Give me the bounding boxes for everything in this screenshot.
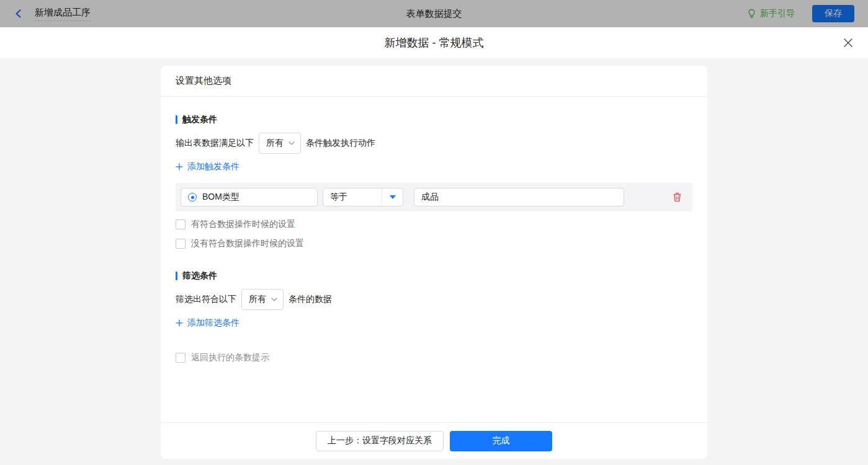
count-tip-label: 返回执行的条数提示 xyxy=(191,352,269,363)
has-match-label: 有符合数据操作时候的设置 xyxy=(191,219,295,230)
plus-icon xyxy=(176,163,183,170)
delete-condition-button[interactable] xyxy=(671,192,682,203)
trigger-match-mode-select[interactable]: 所有 xyxy=(259,133,301,154)
has-match-setting-row: 有符合数据操作时候的设置 xyxy=(176,219,692,230)
filter-section-title: 筛选条件 xyxy=(176,270,692,281)
close-icon xyxy=(843,37,854,48)
filter-sentence: 筛选出符合以下 所有 条件的数据 xyxy=(176,289,692,310)
count-tip-row: 返回执行的条数提示 xyxy=(176,352,692,363)
trigger-sentence: 输出表数据满足以下 所有 条件触发执行动作 xyxy=(176,133,692,154)
filter-section-label: 筛选条件 xyxy=(182,270,217,281)
no-match-label: 没有符合数据操作时候的设置 xyxy=(191,238,304,249)
operator-caret-zone xyxy=(382,188,403,206)
modal-title: 新增数据 - 常规模式 xyxy=(385,35,484,50)
modal-body: 设置其他选项 触发条件 输出表数据满足以下 所有 条件触发执行动作 xyxy=(0,58,868,465)
trigger-sentence-prefix: 输出表数据满足以下 xyxy=(176,138,254,149)
trigger-match-mode-value: 所有 xyxy=(266,138,284,149)
close-button[interactable] xyxy=(842,37,854,49)
plus-icon xyxy=(176,319,183,327)
trigger-section: 触发条件 输出表数据满足以下 所有 条件触发执行动作 xyxy=(176,114,692,249)
add-filter-condition-label: 添加筛选条件 xyxy=(187,317,239,329)
card-footer: 上一步：设置字段对应关系 完成 xyxy=(161,422,707,459)
trigger-section-title: 触发条件 xyxy=(176,114,692,125)
add-trigger-condition-link[interactable]: 添加触发条件 xyxy=(176,161,239,172)
prev-step-button[interactable]: 上一步：设置字段对应关系 xyxy=(316,431,444,451)
chevron-down-icon xyxy=(289,141,295,145)
condition-operator-select[interactable]: 等于 xyxy=(323,188,403,206)
trigger-sentence-suffix: 条件触发执行动作 xyxy=(306,138,375,149)
topbar: 新增成品工序 表单数据提交 新手引导 保存 xyxy=(0,0,868,27)
card-header-title: 设置其他选项 xyxy=(161,66,707,97)
chevron-down-icon xyxy=(271,298,277,301)
beginner-guide-label: 新手引导 xyxy=(760,8,795,19)
filter-sentence-suffix: 条件的数据 xyxy=(289,294,332,305)
add-filter-condition-link[interactable]: 添加筛选条件 xyxy=(176,317,239,329)
trigger-condition-row: BOM类型 等于 成品 xyxy=(176,183,692,211)
add-trigger-condition-label: 添加触发条件 xyxy=(187,161,239,172)
trash-icon xyxy=(673,192,682,202)
filter-match-mode-select[interactable]: 所有 xyxy=(241,289,284,310)
section-marker xyxy=(176,115,177,124)
back-chevron-icon xyxy=(14,9,24,19)
card-body: 触发条件 输出表数据满足以下 所有 条件触发执行动作 xyxy=(161,97,707,422)
lightbulb-icon xyxy=(747,9,756,19)
has-match-checkbox[interactable] xyxy=(176,219,186,229)
no-match-checkbox[interactable] xyxy=(176,239,186,249)
condition-field-label: BOM类型 xyxy=(202,192,239,203)
caret-down-icon xyxy=(390,195,396,199)
count-tip-checkbox[interactable] xyxy=(176,353,186,363)
save-button[interactable]: 保存 xyxy=(812,5,854,22)
no-match-setting-row: 没有符合数据操作时候的设置 xyxy=(176,238,692,249)
modal-header: 新增数据 - 常规模式 xyxy=(0,27,868,58)
trigger-section-label: 触发条件 xyxy=(182,114,217,125)
filter-sentence-prefix: 筛选出符合以下 xyxy=(176,294,236,305)
condition-field-select[interactable]: BOM类型 xyxy=(181,188,318,206)
section-marker xyxy=(176,272,177,280)
topbar-center-title: 表单数据提交 xyxy=(0,8,868,20)
done-button[interactable]: 完成 xyxy=(450,431,552,451)
back-button[interactable] xyxy=(14,9,24,19)
flow-name-title[interactable]: 新增成品工序 xyxy=(35,7,91,21)
beginner-guide-button[interactable]: 新手引导 xyxy=(747,8,795,19)
condition-operator-label: 等于 xyxy=(323,192,382,203)
filter-section: 筛选条件 筛选出符合以下 所有 条件的数据 xyxy=(176,270,692,363)
condition-value-input[interactable]: 成品 xyxy=(414,188,624,206)
field-type-icon xyxy=(188,193,197,202)
filter-match-mode-value: 所有 xyxy=(249,294,266,305)
settings-card: 设置其他选项 触发条件 输出表数据满足以下 所有 条件触发执行动作 xyxy=(161,66,707,459)
